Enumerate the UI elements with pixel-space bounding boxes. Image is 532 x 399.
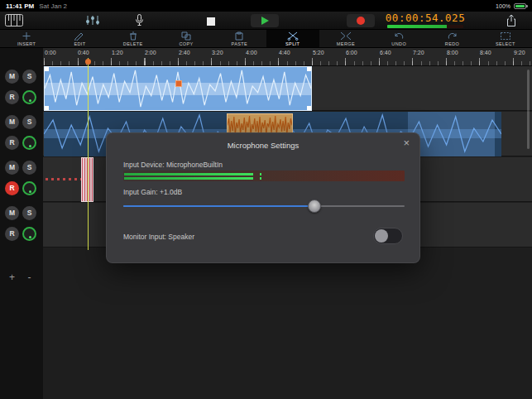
record-button[interactable] (347, 14, 375, 27)
input-level-meter (123, 171, 405, 181)
transport-bar: 00:00:54.025 (0, 12, 532, 30)
ruler-tick-label: 2:40 (179, 50, 190, 55)
mute-button[interactable]: M (5, 206, 19, 220)
monitor-toggle[interactable] (373, 228, 403, 244)
close-button[interactable]: × (403, 137, 410, 149)
toolbar-label: COPY (179, 41, 193, 46)
solo-button[interactable]: S (22, 70, 36, 84)
toolbar-delete-button[interactable]: DELETE (107, 30, 160, 47)
toolbar-split-button[interactable]: SPLIT (266, 30, 319, 47)
play-icon (261, 17, 269, 25)
record-arm-button[interactable]: R (5, 181, 19, 195)
keyboard-nav-button[interactable] (5, 14, 23, 26)
paste-icon (233, 31, 245, 41)
timecode-progress-fill (387, 25, 447, 28)
record-arm-button[interactable]: R (5, 136, 19, 150)
loud-section-highlight (408, 112, 495, 156)
knob-indicator (29, 99, 31, 102)
track-knob[interactable] (22, 90, 36, 104)
record-arm-button[interactable]: R (5, 90, 19, 104)
status-left: 11:41 PM Sat Jan 2 (6, 2, 67, 10)
ruler-tick-label: 8:00 (447, 50, 458, 55)
track-knob[interactable] (22, 227, 36, 241)
stop-button[interactable] (205, 16, 217, 26)
ruler-tick-label: 6:40 (380, 50, 391, 55)
solo-button[interactable]: S (22, 206, 36, 220)
track-knob[interactable] (22, 181, 36, 195)
track-lane-1[interactable] (43, 66, 532, 111)
solo-button[interactable]: S (22, 115, 36, 129)
edit-toolbar: INSERT EDIT DELETE COPY PASTE SPLIT MERG… (0, 30, 532, 48)
select-icon (500, 31, 511, 41)
timeline-ruler[interactable]: 0:00 0:40 1:20 2:00 2:40 3:20 4:00 4:40 … (43, 48, 532, 66)
input-gain-slider[interactable] (123, 200, 405, 213)
play-button[interactable] (251, 14, 279, 27)
microphone-button[interactable] (135, 14, 144, 26)
toolbar-label: MERGE (337, 41, 355, 46)
recording-input-marks (46, 178, 81, 180)
status-date: Sat Jan 2 (39, 2, 67, 10)
mute-button[interactable]: M (5, 70, 19, 84)
toolbar-insert-button[interactable]: INSERT (0, 30, 53, 47)
meter-peak-mark (260, 177, 261, 180)
status-time: 11:41 PM (6, 2, 34, 10)
battery-percent: 100% (496, 3, 510, 9)
toolbar-merge-button[interactable]: MERGE (319, 30, 372, 47)
status-bar: 11:41 PM Sat Jan 2 100% (0, 0, 532, 12)
clip-corner-handle (45, 106, 49, 110)
remove-track-button[interactable]: - (22, 270, 36, 284)
meter-bar-left (124, 173, 253, 176)
solo-button[interactable]: S (22, 161, 36, 175)
toolbar-select-button[interactable]: SELECT (479, 30, 532, 47)
meter-bar-right (124, 177, 253, 180)
toolbar-label: REDO (445, 41, 460, 46)
record-arm-button[interactable]: R (5, 227, 19, 241)
redo-icon (447, 31, 458, 41)
status-right: 100% (496, 3, 526, 9)
toolbar-redo-button[interactable]: REDO (425, 30, 478, 47)
playhead-marker-dot[interactable] (85, 59, 91, 65)
track-knob[interactable] (22, 136, 36, 150)
ruler-tick-label: 2:00 (145, 50, 156, 55)
toolbar-label: DELETE (123, 41, 143, 46)
audio-clip-track1[interactable] (44, 66, 312, 111)
timecode-progress-bar (387, 25, 463, 28)
clip-trim-handle[interactable] (175, 80, 182, 87)
piano-icon (5, 14, 23, 26)
mute-button[interactable]: M (5, 115, 19, 129)
clip-corner-handle (307, 106, 311, 110)
track-3-controls: M S R (0, 161, 43, 206)
dialog-title: Microphone Settings (107, 141, 419, 150)
slider-thumb[interactable] (308, 200, 321, 213)
track-1-controls: M S R (0, 70, 43, 115)
input-gain-label: Input Gain: +1.0dB (123, 188, 182, 196)
toolbar-label: INSERT (17, 41, 36, 46)
app-root: 11:41 PM Sat Jan 2 100% (0, 0, 532, 399)
toolbar-label: SPLIT (285, 41, 300, 46)
toolbar-label: PASTE (232, 41, 248, 46)
playhead[interactable] (88, 58, 89, 250)
toolbar-label: SELECT (496, 41, 515, 46)
pencil-icon (74, 31, 85, 41)
toolbar-paste-button[interactable]: PASTE (213, 30, 266, 47)
ruler-tick-label: 5:20 (313, 50, 324, 55)
scissors-icon (287, 31, 299, 41)
mute-button[interactable]: M (5, 161, 19, 175)
toolbar-edit-button[interactable]: EDIT (53, 30, 106, 47)
share-button[interactable] (505, 14, 518, 27)
knob-indicator (29, 236, 31, 238)
trash-icon (127, 31, 139, 41)
track-2-controls: M S R (0, 115, 43, 161)
copy-icon (180, 31, 192, 41)
toolbar-copy-button[interactable]: COPY (160, 30, 213, 47)
toggle-knob (375, 229, 388, 243)
ruler-tick-label: 7:20 (413, 50, 424, 55)
knob-indicator (29, 190, 31, 193)
vertical-scrollbar[interactable] (527, 70, 530, 149)
levels-button[interactable] (84, 15, 101, 26)
clip-corner-handle (307, 67, 311, 71)
toolbar-undo-button[interactable]: UNDO (372, 30, 425, 47)
track-controls-panel: M S R M S R M S R M S R + - (0, 48, 43, 399)
add-track-button[interactable]: + (5, 270, 19, 284)
meter-peak-mark (260, 173, 261, 176)
